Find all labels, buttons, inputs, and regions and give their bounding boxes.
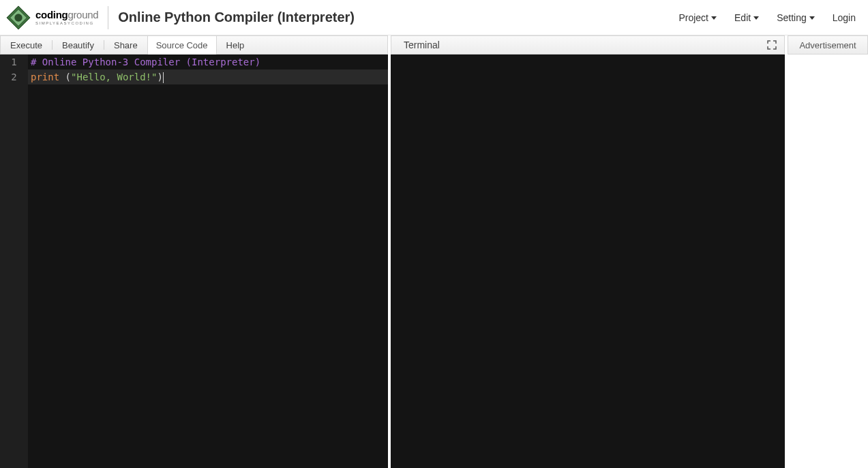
text-cursor: [163, 72, 164, 83]
caret-down-icon: [711, 16, 717, 20]
line-number: 1: [0, 54, 28, 69]
menu-edit[interactable]: Edit: [734, 12, 759, 23]
editor-toolbar: Execute Beautify Share Source Code Help: [0, 35, 388, 54]
page-title: Online Python Compiler (Interpreter): [118, 10, 355, 25]
help-label: Help: [226, 40, 245, 50]
advertisement-header: Advertisement: [788, 35, 868, 54]
terminal-header: Terminal: [391, 35, 785, 54]
share-label: Share: [114, 40, 138, 50]
menu-project[interactable]: Project: [678, 12, 717, 23]
caret-down-icon: [753, 16, 759, 20]
header-menu: Project Edit Setting Login: [678, 12, 861, 23]
terminal-output[interactable]: [391, 54, 785, 468]
menu-project-label: Project: [678, 12, 708, 23]
beautify-button[interactable]: Beautify: [53, 36, 104, 54]
code-line: # Online Python-3 Compiler (Interpreter): [28, 54, 388, 69]
code-area[interactable]: # Online Python-3 Compiler (Interpreter)…: [28, 54, 388, 468]
menu-login-label: Login: [833, 12, 856, 23]
advertisement-pane: Advertisement: [788, 35, 868, 468]
token-keyword: print: [31, 72, 59, 82]
tab-source-code[interactable]: Source Code: [147, 35, 217, 54]
top-header: codingground SIMPLYEASYCODING Online Pyt…: [0, 0, 868, 35]
line-gutter: 1 2: [0, 54, 28, 468]
token-comment: # Online Python-3 Compiler (Interpreter): [31, 57, 260, 67]
caret-down-icon: [809, 16, 815, 20]
logo-tagline: SIMPLYEASYCODING: [35, 21, 98, 25]
advertisement-label: Advertisement: [799, 40, 856, 50]
svg-point-2: [14, 14, 22, 21]
terminal-title: Terminal: [404, 40, 440, 50]
menu-edit-label: Edit: [734, 12, 751, 23]
fullscreen-icon[interactable]: [766, 40, 777, 50]
editor-pane: Execute Beautify Share Source Code Help …: [0, 35, 391, 468]
logo-icon: [5, 5, 31, 31]
execute-label: Execute: [10, 40, 42, 50]
logo-word-ground: ground: [68, 9, 98, 20]
menu-setting[interactable]: Setting: [777, 12, 815, 23]
code-line: print ("Hello, World!"): [28, 69, 388, 84]
menu-login[interactable]: Login: [833, 12, 856, 23]
terminal-pane: Terminal: [391, 35, 788, 468]
logo[interactable]: codingground SIMPLYEASYCODING: [5, 6, 108, 29]
code-editor[interactable]: 1 2 # Online Python-3 Compiler (Interpre…: [0, 54, 388, 468]
token-space: [59, 72, 65, 82]
logo-word-coding: coding: [35, 9, 68, 20]
logo-text: codingground SIMPLYEASYCODING: [35, 10, 98, 25]
token-paren: ): [157, 72, 162, 82]
token-string: "Hello, World!": [71, 72, 157, 82]
tab-source-code-label: Source Code: [156, 40, 208, 50]
workspace: Execute Beautify Share Source Code Help …: [0, 35, 868, 468]
help-button[interactable]: Help: [217, 36, 254, 54]
token-paren: (: [65, 72, 71, 82]
beautify-label: Beautify: [62, 40, 94, 50]
share-button[interactable]: Share: [104, 36, 147, 54]
execute-button[interactable]: Execute: [1, 36, 52, 54]
line-number: 2: [0, 69, 28, 84]
menu-setting-label: Setting: [777, 12, 807, 23]
